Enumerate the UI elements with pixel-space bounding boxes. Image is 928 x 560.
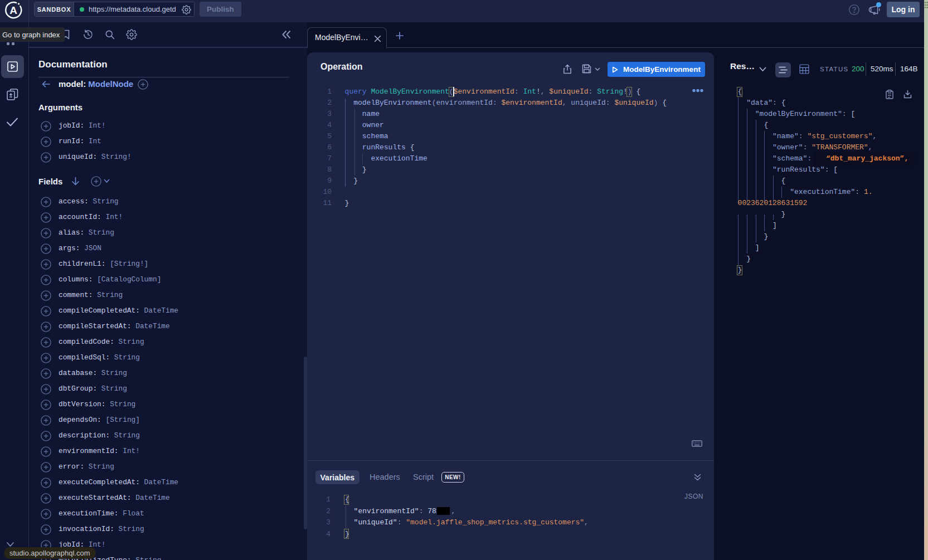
svg-text:A: A [9,4,17,16]
